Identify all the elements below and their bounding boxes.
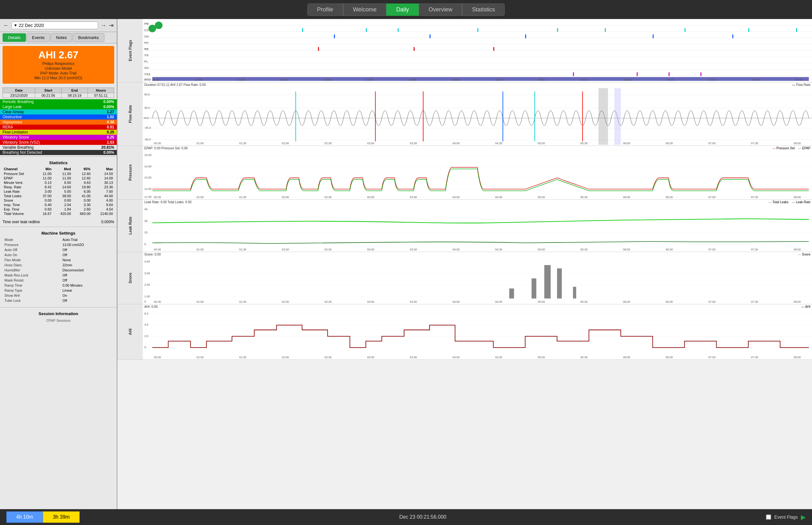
svg-text:0.0: 0.0 [144, 116, 148, 119]
setting-auto-on: Auto OnOff [3, 253, 114, 257]
svg-rect-24 [557, 28, 558, 32]
tab-statistics[interactable]: Statistics [462, 3, 505, 16]
pressure-chart: Pressure EPAP: 0.00 Pressure Set: 0.00 —… [117, 146, 812, 200]
machine-settings-title: Machine Settings [2, 231, 114, 236]
svg-text:1.00: 1.00 [144, 295, 150, 298]
session-table: Date Start End Hours 23/12/2020 00:21:56… [2, 88, 114, 98]
pressure-range: Min 11.0 Max 20.0 (cmH2O) [6, 76, 111, 80]
leak-rate-legend: — Total Leaks — Leak Rate [769, 200, 810, 204]
col-start: Start [35, 88, 61, 93]
svg-text:2.0: 2.0 [144, 334, 148, 338]
svg-text:3.00: 3.00 [144, 271, 150, 274]
svg-rect-30 [429, 34, 430, 39]
svg-rect-98 [573, 287, 576, 299]
machine-settings-table: ModeAuto-Trial Pressure13.00 cmH2O Auto … [2, 237, 114, 303]
svg-rect-84 [143, 258, 812, 304]
device-brand: Philips Respironics [6, 61, 111, 66]
stats-row-pressure-set: Pressure Set 11.00 11.00 12.60 14.50 [2, 171, 114, 176]
leak-rate-content[interactable]: Leak Rate: 0.00 Total Leaks: 0.00 — Tota… [143, 200, 812, 252]
setting-ramp-time: Ramp Time0.00 Minutes [3, 283, 114, 287]
bottom-left-btn[interactable]: 4h 10m [6, 511, 43, 523]
svg-rect-37 [573, 72, 574, 76]
setting-mask-resist: Mask Resist.Off [3, 278, 114, 283]
stats-col-med: Med [53, 166, 72, 171]
session-start: 00:21:56 [35, 93, 61, 98]
svg-rect-96 [544, 265, 551, 298]
flow-rate-x-axis: 00:3001:0001:3002:0002:3003:0003:3004:00… [143, 142, 812, 145]
svg-text:14.00: 14.00 [144, 165, 152, 168]
event-vibratory-snore: Vibratory Snore 0.25 [0, 135, 117, 140]
svg-text:45.: 45. [144, 207, 148, 210]
tab-welcome[interactable]: Welcome [343, 3, 387, 16]
top-navigation: Profile Welcome Daily Overview Statistic… [0, 0, 812, 19]
setting-show-ahi: Show AHIOn [3, 293, 114, 298]
svg-text:45.0: 45.0 [144, 106, 150, 109]
event-flags-chart: Event Flags [117, 19, 812, 82]
flow-rate-label: Flow Rate [117, 82, 143, 146]
tab-profile[interactable]: Profile [307, 3, 343, 16]
date-display: 22 Dec 2020 [19, 23, 44, 28]
pressure-title: EPAP: 0.00 Pressure Set: 0.00 [144, 147, 188, 150]
svg-rect-20 [302, 28, 303, 32]
pap-mode: PAP Mode: Auto-Trial [6, 71, 111, 75]
prev-arrow[interactable]: ← [3, 22, 9, 29]
leak-rate-x-axis: 00:3001:0001:3002:0002:3003:0003:3004:00… [143, 248, 812, 251]
stats-row-resp-rate: Resp. Rate 8.42 14.60 19.80 23.36 [2, 185, 114, 189]
device-model: Unknown Model [6, 66, 111, 71]
next-arrow[interactable]: → [101, 22, 106, 29]
svg-rect-63 [615, 88, 621, 145]
last-arrow[interactable]: ⇥ [109, 22, 114, 29]
tab-bookmarks[interactable]: Bookmarks [73, 33, 104, 42]
leak-rate-title: Leak Rate: 0.00 Total Leaks: 0.00 [144, 200, 192, 204]
left-panel: ← ▼ 22 Dec 2020 → ⇥ Details Events Notes… [0, 19, 117, 509]
scroll-right-icon[interactable]: ▶ [801, 513, 806, 521]
stats-row-leak-rate: Leak Rate 3.00 5.00 6.00 7.00 [2, 189, 114, 194]
flow-rate-content[interactable]: Duration 07:51:11 AHI 2.67 Flow Rate: 0.… [143, 82, 812, 146]
svg-text:GV: GV [144, 66, 149, 70]
ahi-chart-content[interactable]: AHI: 0.00 — AHI 6.0 4.0 2.0 0. [143, 304, 812, 360]
svg-text:6.0: 6.0 [144, 312, 148, 315]
event-flags-checkbox[interactable]: ✓ [766, 514, 771, 520]
event-obstructive: Obstructive 1.02 [0, 115, 117, 120]
ahi-value: AHI 2.67 [6, 49, 111, 61]
detail-tabs: Details Events Notes Bookmarks [0, 32, 117, 43]
svg-text:HY: HY [144, 41, 149, 44]
setting-tube-lock: Tube LockOff [3, 298, 114, 303]
svg-rect-38 [637, 72, 637, 76]
snore-content[interactable]: Snore: 0.00 — Snore 4.00 3.00 2.00 1.00 [143, 252, 812, 304]
bottom-navigation: 4h 10m 3h 39m [6, 511, 79, 523]
svg-rect-39 [669, 72, 669, 76]
svg-rect-22 [398, 28, 399, 32]
stats-row-insp-time: Insp. Time 0.40 2.04 3.30 9.64 [2, 202, 114, 207]
svg-rect-29 [334, 34, 335, 39]
event-flags-content[interactable]: PB CA OA HY RE VS FL GV VS2 BND [143, 19, 812, 82]
tab-notes[interactable]: Notes [51, 33, 72, 42]
svg-rect-28 [796, 28, 797, 32]
dropdown-arrow-icon: ▼ [14, 23, 17, 28]
tab-daily[interactable]: Daily [386, 3, 419, 16]
svg-rect-27 [748, 28, 749, 32]
svg-rect-32 [653, 34, 654, 39]
leak-time: Time over leak redline 0.000% [2, 220, 114, 224]
snore-chart: Snore Snore: 0.00 — Snore 4.00 3.00 [117, 252, 812, 304]
svg-rect-62 [599, 88, 608, 145]
tab-details[interactable]: Details [2, 33, 26, 42]
svg-text:-90.0: -90.0 [144, 138, 151, 141]
tab-overview[interactable]: Overview [419, 3, 462, 16]
svg-rect-64 [143, 152, 812, 199]
svg-rect-34 [318, 47, 319, 51]
svg-rect-95 [532, 278, 536, 298]
ahi-chart-title: AHI: 0.00 [144, 305, 158, 309]
ahi-box: AHI 2.67 Philips Respironics Unknown Mod… [2, 46, 114, 84]
pressure-content[interactable]: EPAP: 0.00 Pressure Set: 0.00 — Pressure… [143, 146, 812, 199]
flow-rate-title: Duration 07:51:11 AHI 2.67 Flow Rate: 0.… [144, 83, 206, 87]
date-navigation: ← ▼ 22 Dec 2020 → ⇥ [0, 19, 117, 32]
tab-events[interactable]: Events [27, 33, 50, 42]
ahi-chart-legend: — AHI [801, 305, 810, 309]
bottom-right-btn[interactable]: 3h 39m [43, 511, 79, 523]
svg-text:2.00: 2.00 [144, 283, 150, 286]
svg-text:4.00: 4.00 [144, 260, 150, 263]
svg-text:0.: 0. [144, 242, 147, 246]
session-hours: 07:51:11 [88, 93, 114, 98]
svg-text:VS2: VS2 [144, 72, 150, 76]
